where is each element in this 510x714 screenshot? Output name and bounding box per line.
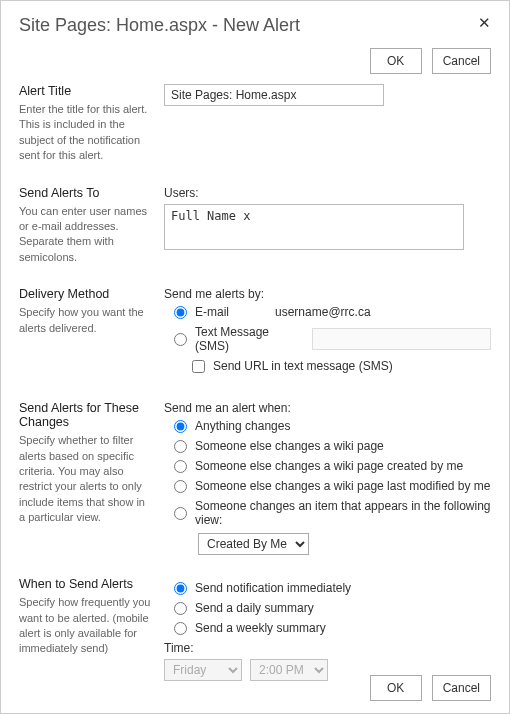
changes-opt4-label: Someone else changes a wiki page last mo… <box>195 479 491 493</box>
when-opt1-label: Send notification immediately <box>195 581 351 595</box>
when-desc: Specify how frequently you want to be al… <box>19 595 152 657</box>
close-icon[interactable]: ✕ <box>478 15 491 30</box>
section-when: When to Send Alerts Specify how frequent… <box>19 577 491 681</box>
changes-label: Send me an alert when: <box>164 401 491 415</box>
changes-heading: Send Alerts for These Changes <box>19 401 152 429</box>
ok-button-bottom[interactable]: OK <box>370 675 422 701</box>
delivery-send-url-checkbox[interactable] <box>192 360 205 373</box>
cancel-button-bottom[interactable]: Cancel <box>432 675 491 701</box>
bottom-button-row: OK Cancel <box>352 669 509 713</box>
delivery-email-label: E-mail <box>195 305 229 319</box>
when-opt2-radio[interactable] <box>174 602 187 615</box>
alert-title-desc: Enter the title for this alert. This is … <box>19 102 152 164</box>
ok-button[interactable]: OK <box>370 48 422 74</box>
cancel-button[interactable]: Cancel <box>432 48 491 74</box>
dialog-content: Alert Title Enter the title for this ale… <box>1 84 509 703</box>
delivery-sms-radio[interactable] <box>174 333 187 346</box>
delivery-sms-label: Text Message (SMS) <box>195 325 306 353</box>
changes-opt5-radio[interactable] <box>174 507 187 520</box>
delivery-email-radio[interactable] <box>174 306 187 319</box>
section-changes: Send Alerts for These Changes Specify wh… <box>19 401 491 555</box>
when-heading: When to Send Alerts <box>19 577 152 591</box>
time-hour-select[interactable]: 2:00 PM <box>250 659 328 681</box>
users-input[interactable]: Full Name x <box>164 204 464 250</box>
changes-opt4-radio[interactable] <box>174 480 187 493</box>
delivery-heading: Delivery Method <box>19 287 152 301</box>
changes-opt2-radio[interactable] <box>174 440 187 453</box>
section-send-to: Send Alerts To You can enter user names … <box>19 186 491 266</box>
when-opt3-label: Send a weekly summary <box>195 621 326 635</box>
alert-title-input[interactable] <box>164 84 384 106</box>
delivery-label: Send me alerts by: <box>164 287 491 301</box>
changes-opt1-radio[interactable] <box>174 420 187 433</box>
new-alert-dialog: Site Pages: Home.aspx - New Alert ✕ OK C… <box>0 0 510 714</box>
send-to-heading: Send Alerts To <box>19 186 152 200</box>
dialog-title: Site Pages: Home.aspx - New Alert <box>19 15 300 36</box>
section-alert-title: Alert Title Enter the title for this ale… <box>19 84 491 164</box>
changes-opt3-radio[interactable] <box>174 460 187 473</box>
time-day-select[interactable]: Friday <box>164 659 242 681</box>
changes-view-select[interactable]: Created By Me <box>198 533 309 555</box>
changes-opt1-label: Anything changes <box>195 419 290 433</box>
changes-desc: Specify whether to filter alerts based o… <box>19 433 152 525</box>
delivery-sms-input[interactable] <box>312 328 491 350</box>
section-delivery: Delivery Method Specify how you want the… <box>19 287 491 379</box>
delivery-email-value: username@rrc.ca <box>275 305 371 319</box>
changes-opt5-label: Someone changes an item that appears in … <box>195 499 491 527</box>
alert-title-heading: Alert Title <box>19 84 152 98</box>
time-label: Time: <box>164 641 491 655</box>
when-opt2-label: Send a daily summary <box>195 601 314 615</box>
changes-opt3-label: Someone else changes a wiki page created… <box>195 459 463 473</box>
top-button-row: OK Cancel <box>1 44 509 84</box>
delivery-send-url-label: Send URL in text message (SMS) <box>213 359 393 373</box>
when-opt1-radio[interactable] <box>174 582 187 595</box>
dialog-header: Site Pages: Home.aspx - New Alert ✕ <box>1 1 509 44</box>
users-label: Users: <box>164 186 491 200</box>
delivery-desc: Specify how you want the alerts delivere… <box>19 305 152 336</box>
send-to-desc: You can enter user names or e-mail addre… <box>19 204 152 266</box>
when-opt3-radio[interactable] <box>174 622 187 635</box>
changes-opt2-label: Someone else changes a wiki page <box>195 439 384 453</box>
